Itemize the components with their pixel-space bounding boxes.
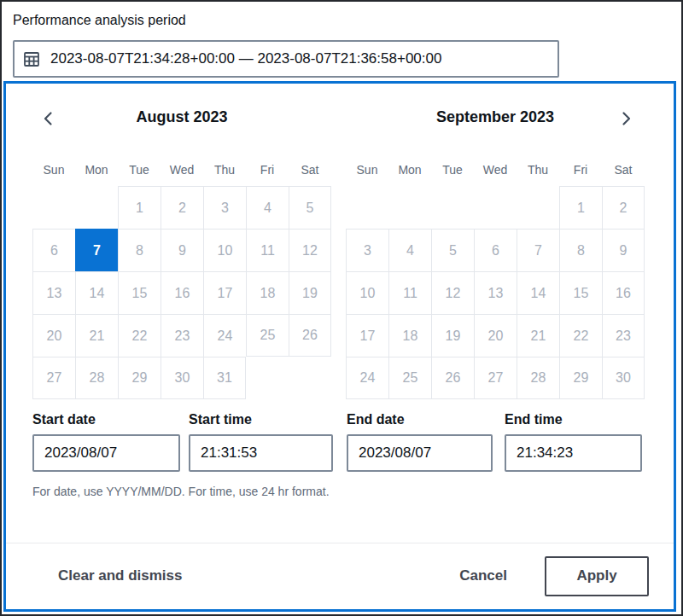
calendar-day-september-3[interactable]: 3 [346,229,388,271]
calendar-day-september-14[interactable]: 14 [517,271,559,314]
calendar-grid: 1234567891011121314151617181920212223242… [32,186,331,399]
end-date-group: End date [347,412,493,472]
end-date-label: End date [347,412,493,427]
calendar-day-august-24[interactable]: 24 [203,314,246,357]
calendar-day-september-17[interactable]: 17 [346,314,388,357]
weekday-row: SunMonTueWedThuFriSat [32,159,331,181]
calendar-day-september-25[interactable]: 25 [388,357,431,399]
calendar-day-august-15[interactable]: 15 [118,271,161,314]
calendar-day-september-30[interactable]: 30 [602,357,645,399]
calendar-day-september-20[interactable]: 20 [474,314,517,357]
calendar-day-august-20[interactable]: 20 [32,314,75,357]
calendar-day-august-26[interactable]: 26 [289,314,331,357]
date-range-value: 2023-08-07T21:34:28+00:00 — 2023-08-07T2… [50,50,441,67]
calendar-day-august-6[interactable]: 6 [32,229,75,271]
calendar-day-september-12[interactable]: 12 [431,271,474,314]
popup-footer: Clear and dismiss Cancel Apply [6,543,674,608]
calendar-day-september-10[interactable]: 10 [346,271,388,314]
calendar-day-august-9[interactable]: 9 [161,229,203,271]
calendar-day-september-18[interactable]: 18 [388,314,431,357]
weekday-label: Fri [246,159,289,181]
calendar-day-august-5[interactable]: 5 [289,186,331,229]
cancel-button[interactable]: Cancel [459,567,507,584]
calendar-day-september-2[interactable]: 2 [602,186,645,229]
weekday-label: Thu [517,159,559,181]
format-hint: For date, use YYYY/MM/DD. For time, use … [32,485,330,498]
clear-and-dismiss-button[interactable]: Clear and dismiss [58,567,183,584]
calendar-day-september-1[interactable]: 1 [559,186,602,229]
calendar-day-september-21[interactable]: 21 [517,314,559,357]
date-range-picker: Performance analysis period 2023-08-07T2… [0,0,683,616]
calendar-day-august-12[interactable]: 12 [289,229,331,271]
calendar-icon [23,50,40,67]
calendar-day-september-9[interactable]: 9 [602,229,645,271]
calendar-day-august-7[interactable]: 7 [75,229,118,271]
calendar-empty-cell [431,186,474,229]
calendar-day-august-2[interactable]: 2 [161,186,203,229]
calendar-day-september-22[interactable]: 22 [559,314,602,357]
weekday-label: Fri [559,159,602,181]
calendar-day-august-11[interactable]: 11 [246,229,289,271]
calendar-day-september-27[interactable]: 27 [474,357,517,399]
calendar-day-august-16[interactable]: 16 [161,271,203,314]
start-time-label: Start time [189,412,333,427]
calendar-day-september-11[interactable]: 11 [388,271,431,314]
start-time-input[interactable] [189,434,333,472]
calendar-day-august-28[interactable]: 28 [75,357,118,399]
calendar-day-august-30[interactable]: 30 [161,357,203,399]
end-date-input[interactable] [347,434,493,472]
footer-actions: Cancel Apply [459,556,649,596]
calendar-empty-cell [517,186,559,229]
month-title: August 2023 [32,108,331,129]
weekday-label: Wed [161,159,203,181]
calendar-day-august-10[interactable]: 10 [203,229,246,271]
start-time-group: Start time [189,412,333,472]
calendar-day-august-18[interactable]: 18 [246,271,289,314]
calendar-day-august-13[interactable]: 13 [32,271,75,314]
calendar-day-september-28[interactable]: 28 [517,357,559,399]
field-label: Performance analysis period [13,13,186,28]
end-time-input[interactable] [505,434,642,472]
calendar-empty-cell [32,186,75,229]
calendar-day-september-23[interactable]: 23 [602,314,645,357]
calendar-day-september-15[interactable]: 15 [559,271,602,314]
calendar-day-august-14[interactable]: 14 [75,271,118,314]
calendar-day-september-8[interactable]: 8 [559,229,602,271]
calendar-day-august-8[interactable]: 8 [118,229,161,271]
calendar-day-august-25[interactable]: 25 [246,314,289,357]
apply-button[interactable]: Apply [545,556,649,596]
calendar-empty-cell [289,357,331,399]
calendar-day-september-7[interactable]: 7 [517,229,559,271]
weekday-label: Mon [75,159,118,181]
calendar-day-august-4[interactable]: 4 [246,186,289,229]
date-range-popup: August 2023 SunMonTueWedThuFriSat 123456… [3,81,676,612]
calendar-day-september-19[interactable]: 19 [431,314,474,357]
calendar-day-august-23[interactable]: 23 [161,314,203,357]
calendar-grid: 1234567891011121314151617181920212223242… [346,186,645,399]
calendar-day-august-19[interactable]: 19 [289,271,331,314]
calendar-day-september-29[interactable]: 29 [559,357,602,399]
calendar-day-august-27[interactable]: 27 [32,357,75,399]
calendar-day-august-17[interactable]: 17 [203,271,246,314]
weekday-label: Wed [474,159,517,181]
calendar-day-september-5[interactable]: 5 [431,229,474,271]
date-range-trigger-input[interactable]: 2023-08-07T21:34:28+00:00 — 2023-08-07T2… [13,40,559,78]
calendar-day-september-24[interactable]: 24 [346,357,388,399]
calendar-day-august-29[interactable]: 29 [118,357,161,399]
calendar-day-august-3[interactable]: 3 [203,186,246,229]
calendar-day-september-13[interactable]: 13 [474,271,517,314]
calendar-day-september-16[interactable]: 16 [602,271,645,314]
weekday-row: SunMonTueWedThuFriSat [346,159,645,181]
calendar-day-august-31[interactable]: 31 [203,357,246,399]
calendar-day-august-22[interactable]: 22 [118,314,161,357]
calendar-day-september-26[interactable]: 26 [431,357,474,399]
start-date-input[interactable] [32,434,180,472]
month-title: September 2023 [346,108,645,129]
calendar-day-september-6[interactable]: 6 [474,229,517,271]
weekday-label: Sun [32,159,75,181]
weekday-label: Sat [289,159,331,181]
calendar-day-september-4[interactable]: 4 [388,229,431,271]
calendar-empty-cell [474,186,517,229]
calendar-day-august-21[interactable]: 21 [75,314,118,357]
calendar-day-august-1[interactable]: 1 [118,186,161,229]
